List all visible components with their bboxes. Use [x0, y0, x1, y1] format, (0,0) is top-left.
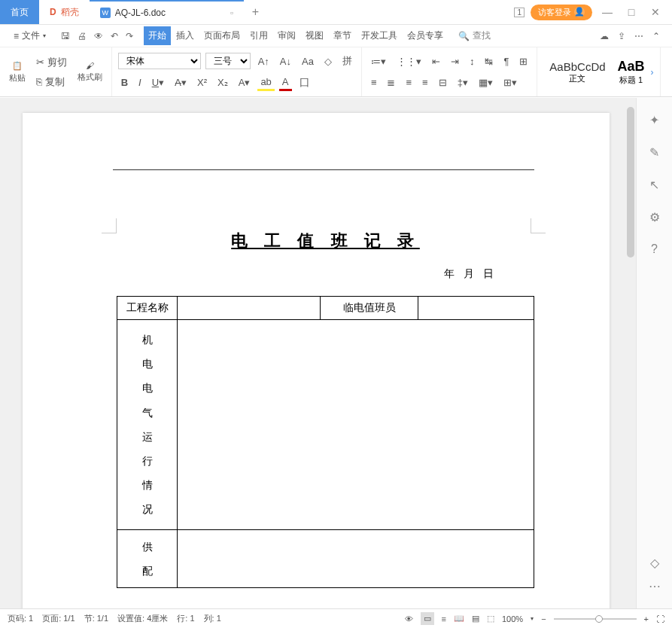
status-col[interactable]: 列: 1 — [204, 613, 221, 624]
share-icon[interactable]: ⇪ — [618, 31, 625, 41]
fullscreen-icon[interactable]: ⛶ — [656, 614, 664, 623]
tab-home[interactable]: 首页 — [0, 0, 39, 24]
minimize-button[interactable]: — — [598, 6, 616, 18]
shrink-font-button[interactable]: A↓ — [277, 54, 294, 69]
zoom-dropdown-icon[interactable]: ▾ — [531, 615, 534, 622]
redo-icon[interactable]: ↷ — [126, 31, 133, 41]
zoom-value[interactable]: 100% — [502, 614, 523, 623]
tab-member[interactable]: 会员专享 — [403, 26, 448, 45]
save-icon[interactable]: 🖫 — [61, 31, 70, 41]
format-painter-button[interactable]: 🖌 格式刷 — [74, 59, 105, 84]
sparkle-icon[interactable]: ✦ — [649, 113, 659, 127]
view-outline-icon[interactable]: ≡ — [442, 614, 446, 623]
cut-button[interactable]: ✂ 剪切 — [33, 54, 70, 71]
strike-button[interactable]: A̶▾ — [172, 75, 190, 90]
view-read-icon[interactable]: 📖 — [454, 614, 464, 623]
italic-button[interactable]: I — [135, 75, 144, 90]
zoom-in-button[interactable]: + — [644, 614, 649, 623]
fit-icon[interactable]: ⬚ — [487, 614, 494, 623]
indent-dec-button[interactable]: ⇤ — [429, 54, 443, 69]
highlight-button[interactable]: ab — [257, 75, 274, 91]
tab-start[interactable]: 开始 — [144, 26, 171, 45]
pencil-icon[interactable]: ✎ — [649, 145, 659, 160]
border-button[interactable]: ⊞▾ — [500, 75, 520, 90]
show-marks-button[interactable]: ¶ — [500, 54, 512, 69]
font-color-button[interactable]: A — [279, 75, 292, 91]
align-center-button[interactable]: ≣ — [384, 75, 398, 90]
status-page-no[interactable]: 页码: 1 — [8, 613, 33, 624]
help-icon[interactable]: ? — [651, 242, 658, 256]
toolbox-button[interactable]: ⊞ — [516, 54, 531, 69]
print-icon[interactable]: 🖨 — [78, 31, 87, 41]
cursor-icon[interactable]: ↖ — [649, 178, 659, 192]
document-page[interactable]: 电 工 值 班 记 录 年 月 日 工程名称 临电值班员 机电电气运行情况 供配 — [23, 113, 610, 608]
more-dots-icon[interactable]: ⋯ — [649, 579, 661, 593]
text-effect-button[interactable]: A▾ — [236, 75, 254, 90]
pinyin-button[interactable]: 拼 — [339, 53, 355, 69]
settings-slider-icon[interactable]: ⚙ — [649, 210, 660, 224]
tab-more-icon[interactable]: ▫ — [230, 8, 233, 18]
superscript-button[interactable]: X² — [194, 75, 210, 90]
subscript-button[interactable]: X₂ — [214, 75, 231, 90]
bold-button[interactable]: B — [118, 75, 131, 90]
zoom-knob[interactable] — [595, 615, 603, 623]
maximize-button[interactable]: □ — [622, 6, 640, 18]
file-menu[interactable]: ≡ 文件 ▾ — [6, 26, 53, 45]
change-case-button[interactable]: Aa — [299, 54, 317, 69]
undo-icon[interactable]: ↶ — [111, 31, 118, 41]
font-size-select[interactable]: 三号 — [205, 53, 251, 69]
numbering-button[interactable]: ⋮⋮▾ — [394, 54, 424, 69]
tab-button[interactable]: ↹ — [482, 54, 496, 69]
tab-reference[interactable]: 引用 — [245, 26, 272, 45]
copy-button[interactable]: ⎘ 复制 — [33, 74, 70, 90]
char-border-button[interactable]: 囗 — [296, 75, 312, 91]
close-button[interactable]: ✕ — [646, 6, 664, 18]
styles-expand-icon[interactable]: › — [651, 67, 654, 78]
status-page[interactable]: 页面: 1/1 — [42, 613, 74, 624]
eye-icon[interactable]: 👁 — [405, 614, 413, 623]
cloud-icon[interactable]: ☁ — [600, 31, 609, 41]
bullets-button[interactable]: ≔▾ — [368, 54, 389, 69]
zoom-out-button[interactable]: − — [541, 614, 546, 623]
tab-insert[interactable]: 插入 — [172, 26, 199, 45]
collapse-icon[interactable]: ⌃ — [652, 31, 660, 41]
distribute-button[interactable]: ⊟ — [436, 75, 450, 90]
status-section[interactable]: 节: 1/1 — [84, 613, 108, 624]
view-page-icon[interactable]: ▭ — [421, 612, 434, 625]
indent-inc-button[interactable]: ⇥ — [448, 54, 462, 69]
tab-developer[interactable]: 开发工具 — [357, 26, 402, 45]
status-setting[interactable]: 设置值: 4厘米 — [117, 613, 168, 624]
font-name-select[interactable]: 宋体 — [118, 53, 201, 69]
diamond-icon[interactable]: ◇ — [650, 556, 659, 570]
vertical-scrollbar[interactable] — [625, 98, 636, 608]
clear-format-button[interactable]: ◇ — [321, 54, 335, 69]
badge-count[interactable]: 1 — [514, 8, 525, 17]
style-heading1[interactable]: AaB 标题 1 — [612, 57, 651, 87]
cell-project-value — [178, 297, 321, 320]
status-row[interactable]: 行: 1 — [177, 613, 194, 624]
tab-document[interactable]: W AQ-JL-6.doc ▫ — [90, 0, 245, 24]
login-button[interactable]: 访客登录 👤 — [531, 5, 592, 20]
tab-section[interactable]: 章节 — [329, 26, 356, 45]
paste-button[interactable]: 📋 粘贴 — [6, 59, 29, 85]
more-icon[interactable]: ⋯ — [634, 31, 643, 41]
shading-button[interactable]: ▦▾ — [476, 75, 496, 90]
grow-font-button[interactable]: A↑ — [255, 54, 272, 69]
line-spacing-button[interactable]: ‡▾ — [455, 75, 471, 90]
tab-review[interactable]: 审阅 — [273, 26, 300, 45]
search-box[interactable]: 🔍 查找 — [458, 29, 491, 42]
view-web-icon[interactable]: ▤ — [472, 614, 479, 623]
zoom-slider[interactable] — [554, 618, 637, 620]
tab-docke[interactable]: D 稻壳 — [39, 0, 90, 24]
preview-icon[interactable]: 👁 — [94, 31, 103, 41]
sort-button[interactable]: ↕ — [467, 54, 478, 69]
tab-add[interactable]: + — [244, 0, 266, 24]
align-right-button[interactable]: ≡ — [403, 75, 415, 90]
tab-layout[interactable]: 页面布局 — [199, 26, 245, 45]
align-justify-button[interactable]: ≡ — [419, 75, 431, 90]
underline-button[interactable]: U▾ — [149, 75, 167, 90]
scrollbar-thumb[interactable] — [627, 107, 634, 258]
align-left-button[interactable]: ≡ — [368, 75, 380, 90]
style-normal[interactable]: AaBbCcDd 正文 — [543, 59, 611, 86]
tab-view[interactable]: 视图 — [301, 26, 328, 45]
